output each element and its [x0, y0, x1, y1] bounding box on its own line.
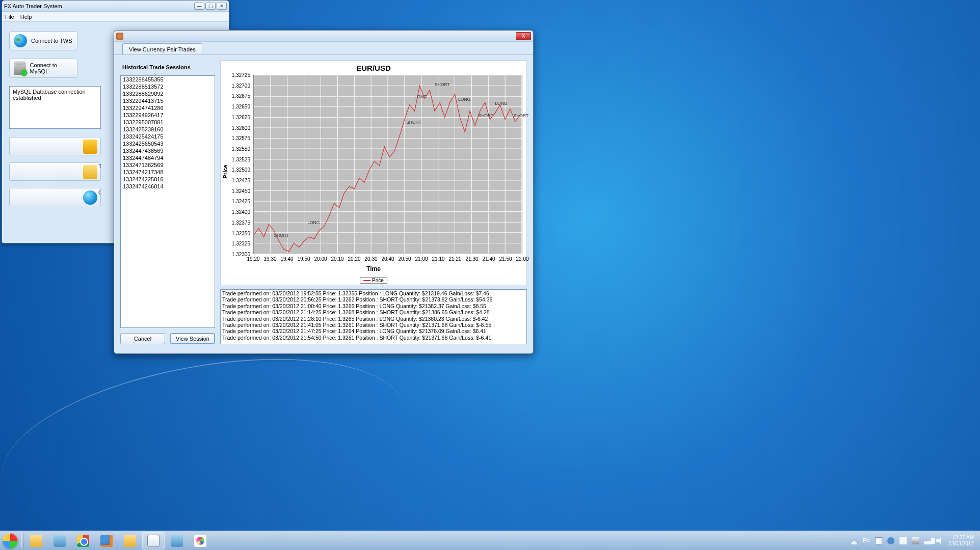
taskbar-java[interactable] [142, 532, 165, 549]
plot-area: SHORTLONGSHORTLONGSHORTLONGSHORTLONGSHOR… [253, 75, 522, 254]
session-item[interactable]: 1332288513572 [121, 83, 215, 90]
x-tick-label: 21:10 [432, 256, 444, 262]
session-item[interactable]: 1332425650543 [121, 140, 215, 147]
minimize-button[interactable]: — [194, 3, 204, 10]
taskbar-explorer[interactable] [25, 532, 47, 549]
session-item[interactable]: 1332447438569 [121, 147, 215, 154]
extra-button-1[interactable] [9, 137, 101, 155]
x-tick-label: 19:20 [247, 256, 259, 262]
connect-tws-button[interactable]: Connect to TWS [9, 31, 77, 50]
view-session-button[interactable]: View Session [170, 333, 215, 344]
cancel-button[interactable]: Cancel [120, 333, 165, 344]
session-item[interactable]: 1332425424175 [121, 133, 215, 140]
session-item[interactable]: 1332425239160 [121, 126, 215, 133]
x-tick-label: 21:00 [415, 256, 428, 262]
y-tick-label: 1.32425 [232, 199, 250, 204]
x-tick-label: 19:50 [297, 256, 310, 262]
trade-log-line: Trade performed on: 03/20/2012 21:14:25 … [222, 309, 525, 315]
app-icon [54, 535, 66, 547]
folder-icon [30, 535, 42, 547]
chart-icon [83, 140, 97, 154]
main-titlebar[interactable]: FX Auto Trader System — ▢ ✕ [2, 1, 229, 12]
paint-icon [194, 535, 206, 547]
tray-misc-icon[interactable] [899, 537, 907, 544]
globe-small-icon [83, 190, 97, 205]
y-tick-label: 1.32575 [232, 135, 250, 141]
y-tick-label: 1.32725 [232, 72, 250, 78]
menu-file[interactable]: File [5, 14, 14, 20]
extra-button-3[interactable]: C [9, 188, 101, 206]
taskbar-firefox[interactable] [95, 532, 118, 549]
taskbar-separator [21, 533, 23, 548]
taskbar-app-2[interactable] [166, 532, 188, 549]
x-ticks: 19:2019:3019:4019:5020:0020:1020:2020:30… [253, 256, 522, 263]
t-label: T [98, 163, 101, 169]
session-item[interactable]: 1332288629092 [121, 90, 215, 97]
chart-legend: Price [360, 277, 387, 284]
legend-swatch [363, 280, 370, 281]
taskbar-folder-2[interactable] [119, 532, 141, 549]
y-tick-label: 1.32650 [232, 104, 250, 109]
trade-log-line: Trade performed on: 03/20/2012 21:54:50 … [222, 335, 525, 341]
trade-log-line: Trade performed on: 03/20/2012 19:52:55 … [222, 290, 525, 296]
session-item[interactable]: 1332474246014 [121, 183, 215, 190]
power-icon[interactable] [912, 537, 919, 544]
main-title: FX Auto Trader System [4, 3, 193, 9]
help-icon[interactable] [887, 537, 894, 544]
y-tick-label: 1.32400 [232, 209, 250, 215]
dialog-titlebar[interactable]: X [114, 31, 533, 42]
database-icon [14, 62, 26, 75]
y-tick-label: 1.32500 [232, 167, 250, 173]
session-item[interactable]: 1332294413715 [121, 97, 215, 104]
session-item[interactable]: 1332288455355 [121, 76, 215, 83]
y-tick-label: 1.32325 [232, 241, 250, 246]
volume-icon[interactable] [936, 537, 943, 544]
x-tick-label: 21:20 [448, 256, 461, 262]
maximize-button[interactable]: ▢ [205, 3, 216, 10]
chrome-icon [77, 535, 89, 547]
session-list[interactable]: 1332288455355133228851357213322886290921… [120, 75, 215, 328]
app-icon [171, 535, 183, 547]
start-button[interactable] [0, 531, 20, 551]
x-tick-label: 21:50 [499, 256, 512, 262]
chart-svg [254, 75, 522, 254]
chart-box: EUR/USD Price 1.327251.327001.326751.326… [220, 60, 527, 285]
flag-icon[interactable] [875, 537, 882, 544]
session-item[interactable]: 1332447484794 [121, 154, 215, 161]
tab-strip: View Currency Pair Trades [114, 42, 533, 55]
log-message: MySQL Database connection established [13, 89, 97, 101]
taskbar-chrome[interactable] [72, 532, 94, 549]
x-tick-label: 20:00 [314, 256, 327, 262]
dialog-close-button[interactable]: X [516, 32, 531, 40]
close-button[interactable]: ✕ [217, 3, 227, 10]
x-tick-label: 21:30 [465, 256, 478, 262]
taskbar-app-1[interactable] [48, 532, 71, 549]
dialog-button-row: Cancel View Session [120, 333, 215, 344]
show-hidden-icon[interactable] [851, 537, 858, 544]
extra-button-2[interactable]: T [9, 162, 101, 181]
java-icon [116, 33, 123, 40]
taskbar-paint[interactable] [189, 532, 211, 549]
menubar: File Help [2, 12, 229, 22]
x-tick-label: 22:00 [516, 256, 528, 262]
session-item[interactable]: 1332471382569 [121, 161, 215, 169]
session-item[interactable]: 1332294741286 [121, 104, 215, 112]
y-tick-label: 1.32700 [232, 82, 250, 88]
connect-mysql-label: Connect to MySQL [30, 62, 73, 74]
session-item[interactable]: 1332295007881 [121, 119, 215, 126]
session-item[interactable]: 1332294926417 [121, 112, 215, 119]
trade-log-line: Trade performed on: 03/20/2012 21:41:05 … [222, 322, 525, 328]
x-tick-label: 19:30 [263, 256, 276, 262]
menu-help[interactable]: Help [20, 14, 32, 20]
trade-log[interactable]: Trade performed on: 03/20/2012 19:52:55 … [220, 289, 527, 344]
connect-mysql-button[interactable]: Connect to MySQL [9, 59, 77, 78]
session-item[interactable]: 1332474217348 [121, 169, 215, 176]
language-indicator[interactable]: EN [863, 538, 870, 543]
tab-view-trades[interactable]: View Currency Pair Trades [122, 43, 202, 54]
session-item[interactable]: 1332474225016 [121, 176, 215, 183]
clock[interactable]: 12:27 AM 23/03/2012 [948, 535, 974, 547]
network-icon[interactable] [924, 537, 931, 544]
x-tick-label: 20:30 [364, 256, 377, 262]
right-column: EUR/USD Price 1.327251.327001.326751.326… [220, 60, 527, 344]
y-ticks: 1.327251.327001.326751.326501.326251.326… [224, 75, 251, 254]
